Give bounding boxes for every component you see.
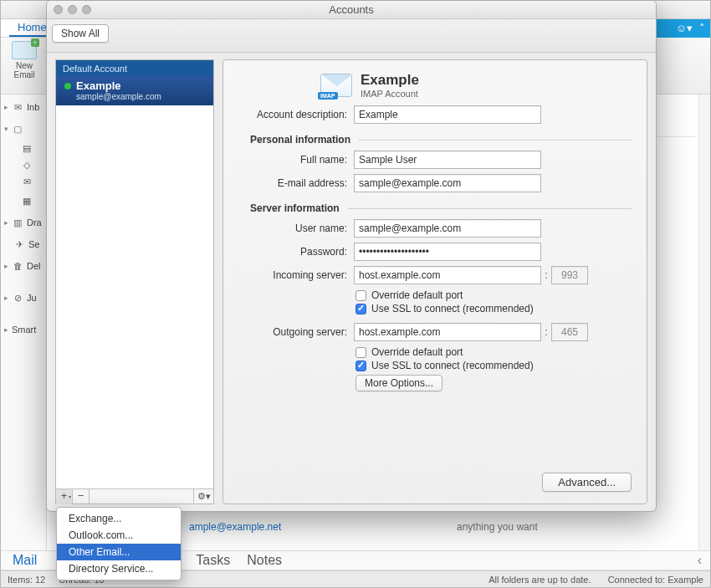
accounts-list: Default Account Example sample@example.c… bbox=[55, 59, 214, 504]
outgoing-override-port-checkbox[interactable] bbox=[356, 347, 366, 358]
label-fullname: Full name: bbox=[238, 154, 347, 166]
sidebar-item-deleted[interactable]: ▸🗑Del bbox=[1, 255, 46, 277]
status-items: Items: 12 bbox=[8, 575, 45, 585]
traffic-lights[interactable] bbox=[54, 5, 91, 14]
envelope-icon bbox=[12, 41, 37, 59]
close-icon[interactable] bbox=[54, 5, 63, 14]
new-email-label-2: Email bbox=[13, 70, 34, 79]
incoming-server-input[interactable] bbox=[354, 266, 541, 284]
more-options-button[interactable]: More Options... bbox=[356, 375, 442, 391]
show-all-button[interactable]: Show All bbox=[52, 24, 109, 43]
imap-envelope-icon bbox=[320, 74, 352, 97]
label-email: E-mail address: bbox=[238, 177, 347, 189]
fullname-input[interactable] bbox=[354, 151, 541, 169]
label-outgoing: Outgoing server: bbox=[238, 326, 347, 338]
scrollbar[interactable] bbox=[698, 95, 710, 550]
modal-title: Accounts bbox=[329, 3, 373, 16]
account-settings-button[interactable]: ⚙▾ bbox=[193, 489, 213, 504]
advanced-button[interactable]: Advanced... bbox=[542, 473, 632, 492]
outgoing-ssl-label: Use SSL to connect (recommended) bbox=[371, 360, 534, 371]
nav-notes[interactable]: Notes bbox=[247, 553, 282, 568]
detail-title: Example bbox=[361, 72, 419, 89]
new-email-label-1: New bbox=[16, 61, 33, 70]
section-personal: Personal information bbox=[250, 134, 350, 146]
status-sync: All folders are up to date. bbox=[488, 575, 591, 585]
section-server: Server information bbox=[250, 202, 340, 214]
username-input[interactable] bbox=[354, 219, 541, 238]
port-separator-out: : bbox=[541, 326, 551, 338]
collapse-ribbon-icon[interactable]: ˄ bbox=[699, 22, 705, 34]
nav-scroll-icon[interactable]: ‹ bbox=[698, 553, 702, 568]
nav-tasks[interactable]: Tasks bbox=[196, 553, 230, 568]
default-account-header: Default Account bbox=[56, 60, 213, 76]
description-input[interactable] bbox=[354, 105, 541, 124]
incoming-override-port-checkbox[interactable] bbox=[356, 290, 366, 301]
menu-directory[interactable]: Directory Service... bbox=[57, 560, 181, 577]
email-input[interactable] bbox=[354, 174, 541, 192]
incoming-ssl-checkbox[interactable] bbox=[356, 304, 366, 314]
menu-exchange[interactable]: Exchange... bbox=[57, 510, 181, 527]
minimize-icon[interactable] bbox=[68, 5, 77, 14]
incoming-override-label: Override default port bbox=[371, 289, 463, 301]
modal-toolbar: Show All bbox=[47, 19, 656, 53]
account-row-selected[interactable]: Example sample@example.com bbox=[56, 76, 213, 105]
sidebar-item-junk[interactable]: ▸⊘Ju bbox=[1, 287, 46, 309]
outgoing-port-input[interactable] bbox=[551, 323, 588, 341]
folder-sidebar[interactable]: ▸✉Inb ▾▢ ▤ ◇ ✉ ▦ ▸▥Dra ✈Se ▸🗑Del ▸⊘Ju ▸S… bbox=[1, 95, 47, 550]
smiley-icon[interactable]: ☺▾ bbox=[676, 22, 693, 34]
remove-account-button[interactable]: − bbox=[73, 489, 90, 504]
sidebar-item-inbox[interactable]: ▸✉Inb bbox=[1, 96, 46, 118]
label-description: Account description: bbox=[238, 109, 347, 120]
accounts-list-footer: +▾ − ⚙▾ bbox=[56, 488, 213, 504]
menu-outlook[interactable]: Outlook.com... bbox=[57, 527, 181, 544]
incoming-ssl-label: Use SSL to connect (recommended) bbox=[371, 303, 534, 314]
outgoing-override-label: Override default port bbox=[371, 346, 463, 358]
accounts-window: Accounts Show All Default Account Exampl… bbox=[46, 0, 657, 512]
account-name: Example bbox=[76, 79, 161, 92]
label-incoming: Incoming server: bbox=[238, 269, 347, 281]
nav-mail[interactable]: Mail bbox=[13, 553, 37, 568]
port-separator: : bbox=[541, 269, 551, 281]
sidebar-item-smart[interactable]: ▸Smart bbox=[1, 319, 46, 340]
add-account-menu[interactable]: Exchange... Outlook.com... Other Email..… bbox=[56, 507, 182, 580]
modal-titlebar: Accounts bbox=[47, 1, 656, 19]
detail-subtitle: IMAP Account bbox=[361, 89, 419, 99]
status-connection: Connected to: Example bbox=[608, 575, 703, 585]
add-account-button[interactable]: +▾ bbox=[56, 489, 73, 504]
zoom-icon[interactable] bbox=[82, 5, 91, 14]
incoming-port-input[interactable] bbox=[551, 266, 588, 284]
online-indicator-icon bbox=[64, 83, 71, 89]
menu-other-email[interactable]: Other Email... bbox=[57, 544, 181, 560]
outgoing-ssl-checkbox[interactable] bbox=[356, 360, 366, 371]
label-username: User name: bbox=[238, 222, 347, 234]
sidebar-item-sep: ▾▢ bbox=[1, 118, 46, 140]
account-email: sample@example.com bbox=[76, 92, 161, 101]
label-password: Password: bbox=[238, 246, 347, 258]
password-input[interactable] bbox=[354, 243, 541, 261]
account-detail: Example IMAP Account Account description… bbox=[223, 59, 647, 504]
new-email-button[interactable]: New Email bbox=[8, 41, 41, 79]
sidebar-item-drafts[interactable]: ▸▥Dra bbox=[1, 212, 46, 233]
outgoing-server-input[interactable] bbox=[354, 323, 541, 341]
sidebar-item-sent[interactable]: ✈Se bbox=[1, 233, 46, 255]
